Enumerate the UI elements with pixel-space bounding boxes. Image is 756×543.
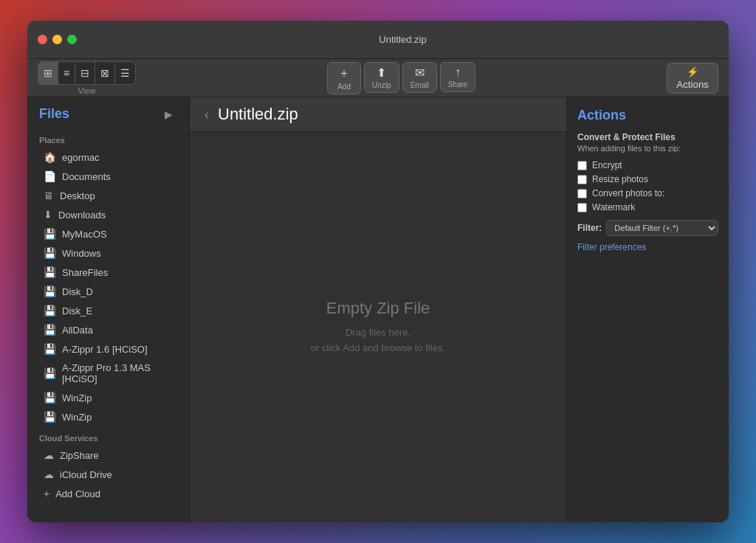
back-button[interactable]: ‹ bbox=[202, 107, 212, 122]
actions-icon: ⚡ bbox=[687, 66, 699, 77]
resize-photos-label: Resize photos bbox=[592, 174, 648, 184]
add-button[interactable]: ＋ Add bbox=[327, 62, 361, 94]
title-bar: Untitled.zip bbox=[27, 21, 729, 59]
sidebar-collapse-button[interactable]: ▶ bbox=[160, 107, 177, 122]
sidebar-item-label: WinZip bbox=[62, 392, 92, 404]
convert-photos-checkbox-item[interactable]: Convert photos to: bbox=[577, 188, 718, 198]
encrypt-checkbox[interactable] bbox=[577, 161, 587, 170]
share-icon: ↑ bbox=[455, 66, 461, 79]
watermark-checkbox-item[interactable]: Watermark bbox=[577, 202, 718, 212]
actions-label: Actions bbox=[676, 79, 709, 90]
disk-d-icon: 💾 bbox=[44, 286, 56, 297]
add-group: ＋ Add bbox=[327, 62, 361, 94]
unzip-button[interactable]: ⬆ Unzip bbox=[364, 62, 399, 93]
sidebar-item-label: iCloud Drive bbox=[60, 469, 112, 480]
cloud-label: Cloud Services bbox=[27, 426, 189, 446]
convert-photos-checkbox[interactable] bbox=[577, 189, 587, 198]
sidebar-item-label: ShareFiles bbox=[62, 267, 108, 278]
sidebar-item-label: Add Cloud bbox=[55, 488, 100, 499]
sidebar-item-desktop[interactable]: 🖥 Desktop bbox=[32, 187, 185, 204]
view-label: View bbox=[78, 86, 96, 95]
sidebar-item-addcloud[interactable]: + Add Cloud bbox=[32, 485, 185, 502]
resize-photos-checkbox-item[interactable]: Resize photos bbox=[577, 174, 718, 184]
watermark-checkbox[interactable] bbox=[577, 203, 587, 212]
sidebar-item-label: egormac bbox=[62, 152, 100, 163]
sidebar-item-label: Documents bbox=[62, 171, 111, 182]
filter-select[interactable]: Default Filter (+.*) bbox=[606, 220, 718, 236]
addcloud-icon: + bbox=[44, 488, 49, 499]
actions-section-subtitle: When adding files to this zip: bbox=[577, 144, 718, 153]
traffic-lights bbox=[38, 35, 77, 44]
close-button[interactable] bbox=[38, 35, 47, 44]
sidebar-header: Files ▶ bbox=[27, 97, 189, 128]
share-label: Share bbox=[448, 80, 468, 89]
convert-photos-label: Convert photos to: bbox=[592, 188, 664, 198]
maximize-button[interactable] bbox=[67, 35, 77, 44]
sidebar-item-disk-e[interactable]: 💾 Disk_E bbox=[32, 302, 185, 319]
a-zippr16-icon: 💾 bbox=[44, 343, 56, 355]
zipshare-icon: ☁ bbox=[44, 449, 54, 461]
add-label: Add bbox=[337, 83, 351, 91]
sidebar-title: Files bbox=[39, 106, 69, 122]
sidebar-item-sharefiles[interactable]: 💾 ShareFiles bbox=[32, 263, 185, 281]
sidebar-item-windows[interactable]: 💾 Windows bbox=[32, 244, 185, 262]
content-area: ‹ Untitled.zip Empty Zip File Drag files… bbox=[190, 97, 566, 522]
encrypt-label: Encrypt bbox=[592, 160, 622, 170]
sidebar-item-label: A-Zippr 1.6 [HCiSO] bbox=[62, 344, 148, 355]
view-grid-button[interactable]: ⊞ bbox=[38, 62, 58, 84]
content-title: Untitled.zip bbox=[218, 105, 298, 124]
filter-preferences-link[interactable]: Filter preferences bbox=[577, 242, 718, 252]
sidebar: Files ▶ Places 🏠 egormac 📄 Documents 🖥 D… bbox=[27, 97, 190, 522]
sidebar-item-alldata[interactable]: 💾 AllData bbox=[32, 321, 185, 339]
unzip-icon: ⬆ bbox=[377, 66, 386, 80]
home-icon: 🏠 bbox=[44, 151, 56, 163]
view-buttons: ⊞ ≡ ⊟ ⊠ ☰ bbox=[38, 61, 136, 85]
empty-title: Empty Zip File bbox=[326, 299, 430, 318]
sidebar-item-disk-d[interactable]: 💾 Disk_D bbox=[32, 283, 185, 300]
action-buttons: ＋ Add ⬆ Unzip ✉ Email ↑ Share bbox=[327, 62, 475, 94]
sidebar-item-winzip1[interactable]: 💾 WinZip bbox=[32, 389, 185, 407]
view-group: ⊞ ≡ ⊟ ⊠ ☰ View bbox=[38, 61, 136, 95]
sidebar-item-label: Windows bbox=[62, 248, 101, 259]
sidebar-item-label: A-Zippr Pro 1.3 MAS [HCiSO] bbox=[62, 362, 173, 384]
email-group: ✉ Email bbox=[402, 62, 437, 94]
main-area: Files ▶ Places 🏠 egormac 📄 Documents 🖥 D… bbox=[27, 97, 729, 522]
drive-icon3: 💾 bbox=[44, 266, 56, 278]
view-list-button[interactable]: ≡ bbox=[58, 62, 75, 84]
sidebar-item-icloud[interactable]: ☁ iCloud Drive bbox=[32, 466, 185, 483]
sidebar-item-label: ZipShare bbox=[60, 450, 99, 461]
email-icon: ✉ bbox=[415, 66, 425, 80]
sidebar-item-downloads[interactable]: ⬇ Downloads bbox=[32, 206, 185, 224]
actions-section-title: Convert & Protect Files bbox=[577, 132, 718, 142]
actions-panel: Actions Convert & Protect Files When add… bbox=[566, 97, 729, 522]
unzip-group: ⬆ Unzip bbox=[364, 62, 399, 94]
minimize-button[interactable] bbox=[52, 35, 62, 44]
sidebar-item-winzip2[interactable]: 💾 WinZip bbox=[32, 408, 185, 426]
winzip1-icon: 💾 bbox=[44, 392, 56, 404]
view-cover-button[interactable]: ⊠ bbox=[95, 62, 115, 84]
resize-photos-checkbox[interactable] bbox=[577, 175, 587, 184]
disk-e-icon: 💾 bbox=[44, 305, 56, 317]
sidebar-item-documents[interactable]: 📄 Documents bbox=[32, 167, 185, 185]
content-body: Empty Zip File Drag files here, or click… bbox=[190, 132, 566, 522]
sidebar-item-label: Downloads bbox=[58, 210, 106, 221]
sidebar-item-mymacOS[interactable]: 💾 MyMacOS bbox=[32, 225, 185, 243]
share-button[interactable]: ↑ Share bbox=[440, 62, 476, 92]
sidebar-item-a-zippr16[interactable]: 💾 A-Zippr 1.6 [HCiSO] bbox=[32, 340, 185, 358]
actions-button[interactable]: ⚡ Actions bbox=[667, 63, 718, 94]
view-columns-button[interactable]: ⊟ bbox=[75, 62, 95, 84]
view-options-button[interactable]: ☰ bbox=[115, 62, 135, 84]
share-group: ↑ Share bbox=[440, 62, 476, 94]
unzip-label: Unzip bbox=[372, 81, 391, 89]
main-window: Untitled.zip ⊞ ≡ ⊟ ⊠ ☰ View ＋ Add bbox=[27, 21, 729, 522]
drive-icon: 💾 bbox=[44, 228, 56, 240]
sidebar-item-zipshare[interactable]: ☁ ZipShare bbox=[32, 446, 185, 464]
drive-icon2: 💾 bbox=[44, 247, 56, 259]
sidebar-item-label: Disk_E bbox=[62, 305, 92, 317]
email-button[interactable]: ✉ Email bbox=[402, 62, 437, 93]
sidebar-item-egormac[interactable]: 🏠 egormac bbox=[32, 148, 185, 166]
encrypt-checkbox-item[interactable]: Encrypt bbox=[577, 160, 718, 170]
window-title: Untitled.zip bbox=[87, 34, 718, 45]
sidebar-item-a-zippr-pro[interactable]: 💾 A-Zippr Pro 1.3 MAS [HCiSO] bbox=[32, 359, 185, 387]
sidebar-item-label: Desktop bbox=[60, 190, 95, 201]
